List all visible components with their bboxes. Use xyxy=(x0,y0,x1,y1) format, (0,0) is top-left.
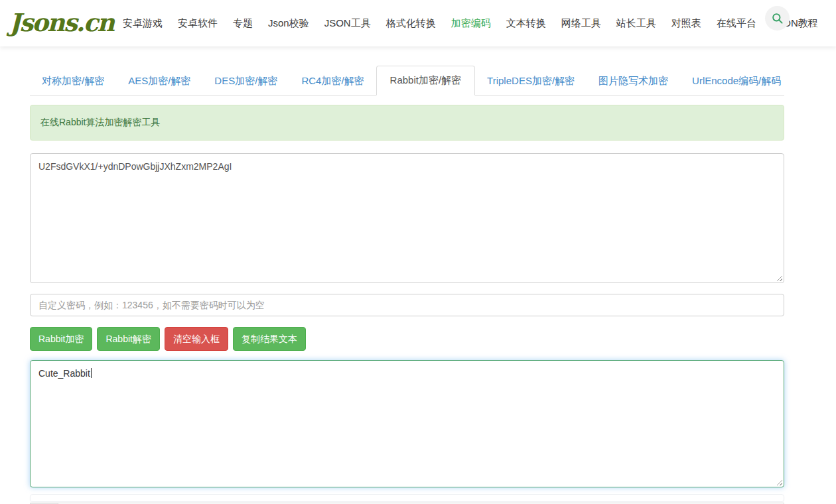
clear-input-button[interactable]: 清空输入框 xyxy=(165,327,228,351)
nav-item-online-platform[interactable]: 在线平台 xyxy=(717,17,756,30)
nav-item-text-convert[interactable]: 文本转换 xyxy=(506,17,546,30)
nav-item-android-apps[interactable]: 安卓软件 xyxy=(178,17,218,30)
nav-item-json-validate[interactable]: Json校验 xyxy=(268,17,309,30)
result-textarea[interactable]: Cute_Rabbit xyxy=(30,360,784,487)
tab-rc4[interactable]: RC4加密/解密 xyxy=(289,68,376,95)
input-textarea[interactable]: U2FsdGVkX1/+ydnDPowGbjjJXhZxm2MP2AgI xyxy=(30,153,784,283)
resize-grip-icon[interactable] xyxy=(775,478,782,485)
site-logo[interactable]: Jsons.cn xyxy=(9,7,113,38)
rabbit-encrypt-button[interactable]: Rabbit加密 xyxy=(30,327,92,351)
nav-item-format-convert[interactable]: 格式化转换 xyxy=(386,17,436,30)
tab-steganography[interactable]: 图片隐写术加密 xyxy=(587,68,680,95)
main-content: 对称加密/解密 AES加密/解密 DES加密/解密 RC4加密/解密 Rabbi… xyxy=(30,66,784,504)
password-input[interactable] xyxy=(30,294,784,316)
nav-item-android-games[interactable]: 安卓游戏 xyxy=(123,17,163,30)
action-buttons: Rabbit加密 Rabbit解密 清空输入框 复制结果文本 xyxy=(30,327,784,351)
nav-item-json-tools[interactable]: JSON工具 xyxy=(324,17,371,30)
tab-urlencode[interactable]: UrlEncode编码/解码 xyxy=(680,68,793,95)
resize-grip-icon[interactable] xyxy=(775,274,782,281)
site-header: Jsons.cn 安卓游戏 安卓软件 专题 Json校验 JSON工具 格式化转… xyxy=(0,0,836,46)
nav-item-topics[interactable]: 专题 xyxy=(233,17,253,30)
tab-aes[interactable]: AES加密/解密 xyxy=(116,68,202,95)
tool-tabs: 对称加密/解密 AES加密/解密 DES加密/解密 RC4加密/解密 Rabbi… xyxy=(30,66,784,95)
nav-item-encrypt-encode[interactable]: 加密编码 xyxy=(451,17,491,30)
collapsed-panel xyxy=(30,494,784,502)
rabbit-decrypt-button[interactable]: Rabbit解密 xyxy=(97,327,159,351)
nav-item-webmaster-tools[interactable]: 站长工具 xyxy=(616,17,656,30)
copy-result-button[interactable]: 复制结果文本 xyxy=(233,327,306,351)
main-nav: 安卓游戏 安卓软件 专题 Json校验 JSON工具 格式化转换 加密编码 文本… xyxy=(123,0,818,46)
nav-item-network-tools[interactable]: 网络工具 xyxy=(561,17,601,30)
tab-tripledes[interactable]: TripleDES加密/解密 xyxy=(475,68,587,95)
search-button[interactable] xyxy=(765,6,790,31)
tab-rabbit[interactable]: Rabbit加密/解密 xyxy=(376,66,476,95)
result-textarea-value: Cute_Rabbit xyxy=(38,368,90,379)
tab-des[interactable]: DES加密/解密 xyxy=(202,68,289,95)
tool-title-banner: 在线Rabbit算法加密解密工具 xyxy=(30,105,784,141)
search-icon xyxy=(771,12,784,25)
text-cursor xyxy=(91,368,92,378)
nav-item-reference-table[interactable]: 对照表 xyxy=(671,17,701,30)
tab-symmetric[interactable]: 对称加密/解密 xyxy=(30,68,116,95)
input-textarea-value: U2FsdGVkX1/+ydnDPowGbjjJXhZxm2MP2AgI xyxy=(38,161,232,172)
